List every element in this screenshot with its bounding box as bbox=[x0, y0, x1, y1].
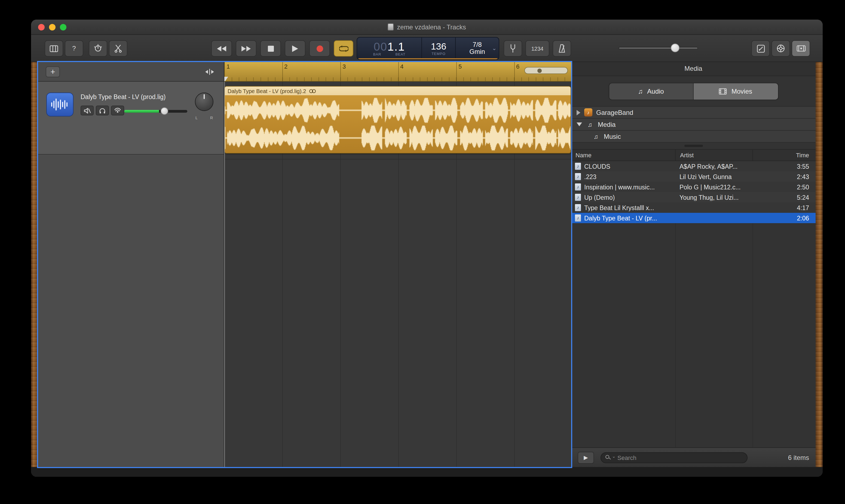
lcd-display[interactable]: 001.1 BAR BEAT 136 TEMPO 7/8 Gmin ⌄ bbox=[357, 37, 499, 60]
play-button[interactable] bbox=[285, 40, 305, 57]
close-window-button[interactable] bbox=[38, 24, 44, 31]
media-row-5[interactable]: ♪Type Beat Lil Krystalll x... 4:17 bbox=[571, 202, 815, 213]
media-row-name: Up (Demo) bbox=[584, 194, 615, 201]
tab-movies[interactable]: Movies bbox=[694, 83, 778, 99]
title-bar[interactable]: zeme vzdalena - Tracks bbox=[31, 20, 823, 35]
loop-browser-button[interactable] bbox=[772, 40, 790, 57]
master-volume-slider[interactable] bbox=[618, 46, 698, 51]
ruler-mark-5: 5 bbox=[459, 63, 462, 70]
tab-audio[interactable]: ♫ Audio bbox=[609, 83, 694, 99]
rewind-button[interactable] bbox=[211, 40, 232, 57]
ruler-mark-3: 3 bbox=[342, 63, 346, 70]
search-chevron-down-icon[interactable]: ⌄ bbox=[612, 454, 615, 458]
track-header-options-button[interactable] bbox=[202, 67, 217, 77]
media-browser-button[interactable] bbox=[792, 40, 810, 57]
media-row-artist: Young Thug, Lil Uzi... bbox=[675, 194, 752, 201]
panel-splitter[interactable] bbox=[571, 143, 815, 149]
quick-help-button[interactable]: ? bbox=[65, 40, 83, 57]
metronome-icon bbox=[558, 44, 566, 53]
track-list: Dalyb Type Beat - LV (prod.lig) bbox=[38, 82, 224, 467]
add-track-button[interactable]: + bbox=[46, 67, 60, 77]
input-monitoring-button[interactable] bbox=[111, 106, 124, 115]
lcd-key-section: 7/8 Gmin ⌄ bbox=[455, 38, 499, 59]
timeline-ruler[interactable]: 1 2 3 4 5 6 bbox=[224, 62, 571, 82]
media-row-1[interactable]: ♪CLOUDS A$AP Rocky, A$AP... 3:55 bbox=[571, 161, 815, 172]
media-source-icon: ♫ bbox=[586, 120, 594, 128]
disclosure-triangle-open-icon[interactable] bbox=[577, 123, 582, 126]
volume-slider-knob[interactable] bbox=[671, 43, 680, 52]
window-title: zeme vzdalena - Tracks bbox=[388, 23, 466, 31]
track-filter-icon bbox=[205, 69, 215, 75]
media-browser-panel: Media ♫ Audio Movies bbox=[571, 62, 815, 467]
pan-left-label: L bbox=[196, 116, 198, 120]
column-header-artist[interactable]: Artist bbox=[675, 150, 752, 161]
media-row-time: 2:50 bbox=[752, 184, 815, 190]
audio-region-header[interactable]: Dalyb Type Beat - LV (prod.lig).2 bbox=[225, 87, 571, 95]
forward-button[interactable] bbox=[236, 40, 256, 57]
media-row-time: 5:24 bbox=[752, 194, 815, 201]
headphones-icon bbox=[99, 108, 106, 113]
horizontal-zoom-slider[interactable] bbox=[524, 67, 568, 74]
count-in-button[interactable]: 1234 bbox=[525, 40, 550, 57]
timeline-workspace[interactable]: Dalyb Type Beat - LV (prod.lig).2 bbox=[224, 82, 571, 467]
playhead-marker[interactable] bbox=[224, 77, 228, 82]
smart-controls-button[interactable] bbox=[89, 40, 107, 57]
playhead-line[interactable] bbox=[224, 82, 225, 467]
source-garageband[interactable]: ♪ GarageBand bbox=[571, 107, 815, 119]
metronome-button[interactable] bbox=[553, 40, 571, 57]
note-pad-button[interactable] bbox=[751, 40, 770, 57]
ruler-mark-2: 2 bbox=[284, 63, 287, 70]
mute-button[interactable] bbox=[80, 106, 94, 115]
lcd-position-section: 001.1 BAR BEAT bbox=[357, 38, 421, 59]
splitter-handle[interactable] bbox=[684, 145, 703, 147]
source-media[interactable]: ♫ Media bbox=[571, 119, 815, 131]
lcd-chevron-down-icon[interactable]: ⌄ bbox=[492, 45, 497, 51]
master-tuning-button[interactable] bbox=[504, 40, 522, 57]
track-volume-slider[interactable] bbox=[124, 108, 187, 115]
media-row-artist: A$AP Rocky, A$AP... bbox=[675, 163, 752, 169]
minimize-window-button[interactable] bbox=[49, 24, 56, 31]
source-music[interactable]: ♫ Music bbox=[571, 131, 815, 143]
track-waveform-tile[interactable] bbox=[46, 92, 73, 116]
media-row-3[interactable]: ♪Inspiration | www.music... Polo G | Mus… bbox=[571, 182, 815, 192]
audio-file-icon: ♪ bbox=[575, 163, 581, 170]
audio-region[interactable]: Dalyb Type Beat - LV (prod.lig).2 bbox=[224, 86, 571, 154]
track-list-empty-area[interactable] bbox=[38, 155, 224, 467]
solo-button[interactable] bbox=[96, 106, 109, 115]
media-row-4[interactable]: ♪Up (Demo) Young Thug, Lil Uzi... 5:24 bbox=[571, 192, 815, 202]
mute-speaker-icon bbox=[84, 108, 91, 113]
zoom-window-button[interactable] bbox=[60, 24, 67, 31]
track-volume-knob[interactable] bbox=[161, 107, 168, 115]
column-header-time[interactable]: Time bbox=[752, 150, 815, 161]
stereo-icon bbox=[309, 89, 316, 93]
main-content: + 1 2 3 4 5 6 bbox=[31, 62, 823, 467]
media-row-6-selected[interactable]: ♪Dalyb Type Beat - LV (pr... 2:06 bbox=[571, 213, 815, 223]
ruler-mark-1: 1 bbox=[227, 63, 230, 70]
media-row-artist: Lil Uzi Vert, Gunna bbox=[675, 173, 752, 180]
track-name[interactable]: Dalyb Type Beat - LV (prod.lig) bbox=[80, 94, 165, 100]
preview-play-button[interactable]: ▶ bbox=[578, 451, 594, 464]
media-row-name: Type Beat Lil Krystalll x... bbox=[584, 204, 654, 211]
pan-knob[interactable] bbox=[195, 92, 213, 111]
media-list-empty-area[interactable] bbox=[571, 223, 815, 447]
cycle-button[interactable] bbox=[334, 40, 353, 57]
media-row-artist: Polo G | Music212.c... bbox=[675, 184, 752, 190]
track-header[interactable]: Dalyb Type Beat - LV (prod.lig) bbox=[38, 82, 224, 155]
disclosure-triangle-closed-icon[interactable] bbox=[577, 110, 580, 115]
volume-slider-track[interactable] bbox=[618, 47, 698, 50]
arrange-area: + 1 2 3 4 5 6 bbox=[38, 62, 571, 467]
record-button[interactable] bbox=[309, 40, 330, 57]
column-header-name[interactable]: Name bbox=[571, 152, 675, 158]
stop-button[interactable] bbox=[260, 40, 281, 57]
lcd-tempo-section: 136 TEMPO bbox=[421, 38, 455, 59]
media-row-2[interactable]: ♪.223 Lil Uzi Vert, Gunna 2:43 bbox=[571, 172, 815, 182]
media-row-time: 4:17 bbox=[752, 204, 815, 211]
zoom-slider-handle[interactable] bbox=[538, 69, 542, 73]
audio-region-waveform-area[interactable] bbox=[225, 95, 571, 153]
fast-forward-icon bbox=[241, 46, 251, 51]
editors-button[interactable] bbox=[109, 40, 127, 57]
search-input[interactable] bbox=[600, 452, 748, 463]
library-button[interactable] bbox=[44, 40, 63, 57]
stop-icon bbox=[268, 46, 274, 51]
lane-separator bbox=[224, 159, 571, 160]
